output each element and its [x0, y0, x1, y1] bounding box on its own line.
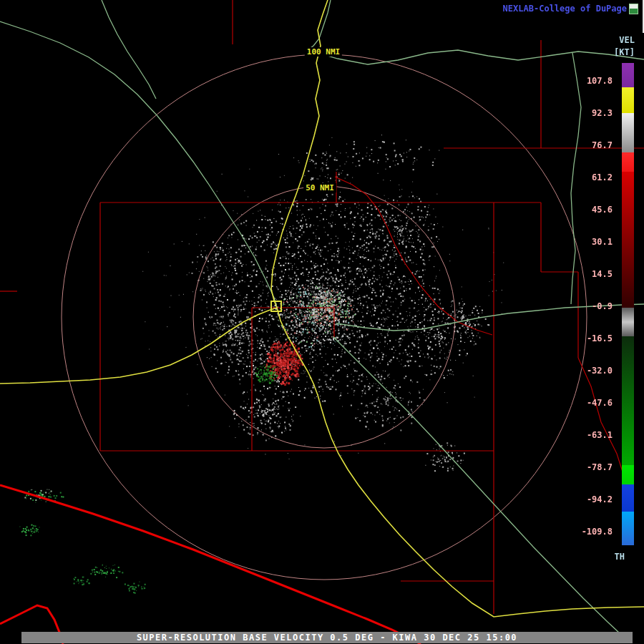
product-status-text: SUPER-RESOLUTION BASE VELOCITY 0.5 DEG -…	[137, 633, 517, 643]
highway-green-line	[571, 53, 581, 304]
highway-yellow-line	[0, 308, 277, 384]
range-ring-label-50nmi: 50 NMI	[303, 183, 336, 192]
highway-green-line	[308, 50, 644, 64]
range-ring-label-100nmi: 100 NMI	[305, 47, 342, 57]
highway-green-line	[333, 336, 630, 643]
highway-green-line	[102, 0, 156, 99]
colorbar-segment	[622, 308, 634, 336]
colorbar-segment	[622, 113, 634, 152]
page-title: NEXLAB-College of DuPage	[503, 4, 627, 14]
colorbar-segment	[622, 63, 634, 87]
highway-yellow-line	[277, 308, 644, 617]
velocity-colorbar	[622, 63, 634, 545]
cod-logo-icon	[629, 4, 638, 14]
highway-green-line	[0, 21, 277, 308]
colorbar-segment	[622, 512, 634, 545]
colorbar-segment	[622, 465, 634, 484]
colorbar-segment	[622, 152, 634, 172]
footer-status-bar: SUPER-RESOLUTION BASE VELOCITY 0.5 DEG -…	[21, 632, 633, 643]
highway-yellow-line	[271, 0, 328, 308]
colorbar-footer-label: TH	[615, 552, 625, 562]
colorbar-units: [KT]	[614, 47, 635, 57]
range-ring-50-nmi	[193, 186, 455, 448]
colorbar-segment	[622, 484, 634, 512]
map-overlay-svg	[0, 0, 644, 644]
colorbar-segment	[622, 172, 634, 308]
highway-green-line	[336, 304, 644, 331]
colorbar-segment	[622, 87, 634, 113]
radar-display: 100 NMI 50 NMI NEXLAB-College of DuPage …	[0, 0, 644, 644]
colorbar-segment	[622, 336, 634, 465]
international-border-line	[0, 485, 421, 644]
range-ring-100-nmi	[62, 54, 587, 580]
county-boundary-line	[335, 177, 492, 335]
colorbar-title: VEL	[619, 35, 635, 45]
